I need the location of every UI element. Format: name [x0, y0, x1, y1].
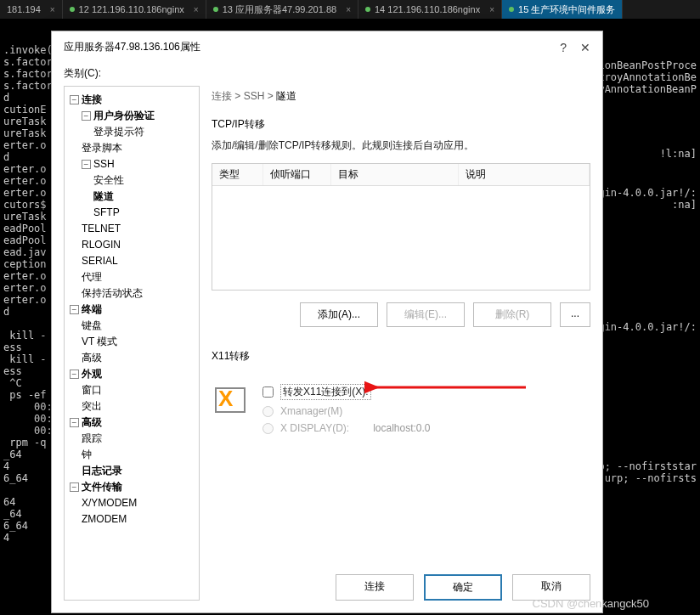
tree-user-auth[interactable]: 用户身份验证 — [93, 110, 155, 121]
col-port: 侦听端口 — [263, 164, 331, 185]
rules-grid[interactable]: 类型 侦听端口 目标 说明 — [212, 163, 590, 291]
watermark: CSDN @chenkangck50 — [533, 597, 649, 610]
connect-button[interactable]: 连接 — [336, 574, 414, 601]
more-button[interactable]: ... — [560, 302, 590, 327]
tab-5[interactable]: 15 生产环境中间件服务 — [502, 0, 623, 19]
tree-tunnel[interactable]: 隧道 — [93, 189, 195, 205]
tree-vt[interactable]: VT 模式 — [82, 334, 195, 350]
status-dot-icon — [70, 7, 75, 12]
tree-login-script[interactable]: 登录脚本 — [82, 140, 195, 156]
tab-bar: 181.194× 12 121.196.110.186nginx× 13 应用服… — [0, 0, 700, 19]
tree-keepalive[interactable]: 保持活动状态 — [82, 285, 195, 302]
close-icon[interactable]: × — [346, 5, 351, 14]
ok-button[interactable]: 确定 — [424, 574, 502, 601]
collapse-icon[interactable]: − — [82, 111, 91, 121]
collapse-icon[interactable]: − — [70, 95, 79, 104]
xmanager-radio — [262, 406, 274, 417]
close-icon[interactable]: ✕ — [580, 41, 590, 54]
tab-2[interactable]: 12 121.196.110.186nginx× — [63, 0, 206, 19]
add-button[interactable]: 添加(A)... — [300, 302, 378, 327]
tree-security[interactable]: 安全性 — [93, 172, 195, 189]
tree-proxy[interactable]: 代理 — [82, 269, 195, 285]
tree-trace[interactable]: 跟踪 — [82, 431, 195, 447]
collapse-icon[interactable]: − — [70, 482, 79, 492]
col-target: 目标 — [331, 164, 459, 185]
x11-icon: X — [212, 384, 249, 421]
xmanager-label: Xmanager(M) — [280, 405, 342, 417]
tree-terminal[interactable]: 终端 — [82, 303, 102, 315]
col-type: 类型 — [212, 164, 263, 185]
grid-header: 类型 侦听端口 目标 说明 — [212, 164, 590, 186]
tree-xymodem[interactable]: X/YMODEM — [82, 495, 195, 511]
tab-1[interactable]: 181.194× — [0, 0, 63, 19]
tree-window[interactable]: 窗口 — [82, 382, 195, 398]
right-pane: 连接 > SSH > 隧道 TCP/IP转移 添加/编辑/删除TCP/IP转移规… — [212, 86, 590, 601]
tree-login-prompt[interactable]: 登录提示符 — [93, 124, 195, 140]
tree-connection[interactable]: 连接 — [82, 93, 102, 105]
collapse-icon[interactable]: − — [70, 418, 79, 427]
breadcrumb: 连接 > SSH > 隧道 — [212, 86, 590, 114]
close-icon[interactable]: × — [489, 5, 494, 14]
close-icon[interactable]: × — [50, 5, 55, 14]
tree-highlight[interactable]: 突出 — [82, 398, 195, 415]
tree-advanced[interactable]: 高级 — [82, 416, 102, 428]
help-icon[interactable]: ? — [560, 41, 567, 54]
x11-section-label: X11转移 — [212, 349, 590, 364]
tree-sftp[interactable]: SFTP — [93, 205, 195, 221]
col-desc: 说明 — [459, 164, 590, 185]
tree-serial[interactable]: SERIAL — [82, 253, 195, 269]
tab-4[interactable]: 14 121.196.110.186nginx× — [358, 0, 502, 19]
tab-3[interactable]: 13 应用服务器47.99.201.88× — [206, 0, 358, 19]
collapse-icon[interactable]: − — [82, 160, 91, 169]
tcp-desc: 添加/编辑/删除TCP/IP转移规则。此规则连接后自动应用。 — [212, 138, 590, 153]
tree-file-transfer[interactable]: 文件传输 — [82, 481, 122, 493]
tcp-section-label: TCP/IP转移 — [212, 117, 590, 132]
xdisplay-value: localhost:0.0 — [373, 422, 430, 434]
collapse-icon[interactable]: − — [70, 305, 79, 314]
edit-button[interactable]: 编辑(E)... — [387, 302, 465, 327]
xdisplay-radio — [262, 423, 274, 434]
delete-button[interactable]: 删除(R) — [473, 302, 551, 327]
tree-ssh[interactable]: SSH — [93, 158, 115, 170]
properties-dialog: 应用服务器47.98.136.106属性 ? ✕ 类别(C): −连接 −用户身… — [51, 31, 603, 613]
status-dot-icon — [509, 7, 514, 12]
x11-forward-label: 转发X11连接到(X): — [280, 384, 371, 400]
tree-bell[interactable]: 钟 — [82, 447, 195, 463]
tree-rlogin[interactable]: RLOGIN — [82, 237, 195, 253]
tree-zmodem[interactable]: ZMODEM — [82, 511, 195, 528]
category-tree[interactable]: −连接 −用户身份验证 登录提示符 登录脚本 −SSH 安全性 隧道 SFTP — [64, 86, 200, 601]
tree-log[interactable]: 日志记录 — [82, 463, 195, 479]
status-dot-icon — [365, 7, 370, 12]
dialog-titlebar: 应用服务器47.98.136.106属性 ? ✕ — [52, 31, 602, 63]
dialog-title: 应用服务器47.98.136.106属性 — [64, 40, 200, 54]
tree-advanced-term[interactable]: 高级 — [82, 350, 195, 366]
tree-keyboard[interactable]: 键盘 — [82, 318, 195, 334]
xdisplay-label: X DISPLAY(D): — [280, 422, 349, 434]
collapse-icon[interactable]: − — [70, 370, 79, 379]
tree-appearance[interactable]: 外观 — [82, 368, 102, 380]
x11-forward-checkbox[interactable] — [262, 386, 274, 398]
status-dot-icon — [213, 7, 218, 12]
tree-telnet[interactable]: TELNET — [82, 221, 195, 237]
close-icon[interactable]: × — [194, 5, 199, 14]
category-label: 类别(C): — [64, 66, 590, 81]
